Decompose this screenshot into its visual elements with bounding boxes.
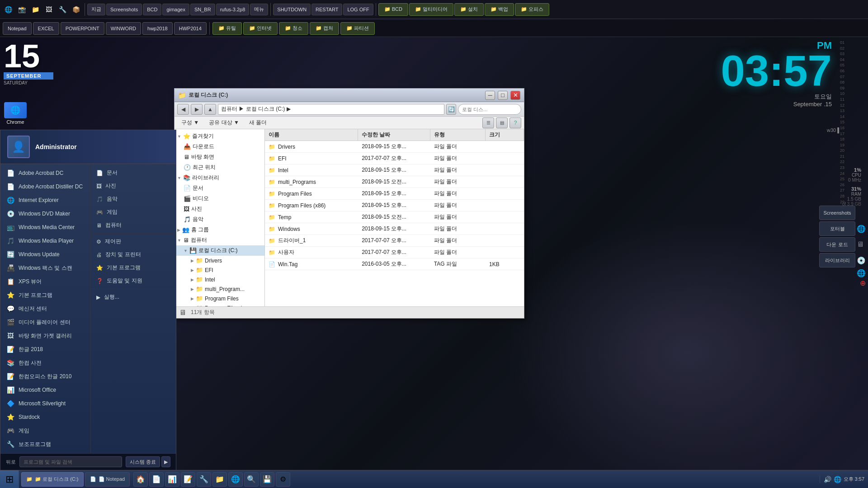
sm-item-hancom-dict[interactable]: 📚 한컴 사전 xyxy=(0,356,90,370)
fe-minimize-btn[interactable]: ─ xyxy=(485,91,495,100)
fe-search-input[interactable] xyxy=(458,104,521,115)
folder-btn-install[interactable]: 📁 설치 xyxy=(454,3,484,16)
sm-right-help[interactable]: ❓ 도움말 및 지원 xyxy=(91,274,176,287)
fe-tree-favorites[interactable]: ▼ ⭐ 즐겨찾기 xyxy=(175,131,264,141)
tb-icon-7[interactable]: 🌐 xyxy=(228,472,243,487)
fe-address-bar[interactable]: 컴퓨터 ▶ 로컬 디스크 (C:) ▶ xyxy=(218,104,444,115)
taskbar-clock[interactable]: 오후 3:57 xyxy=(844,476,864,483)
fe-close-btn[interactable]: ✕ xyxy=(510,91,520,100)
sm-item-stardock[interactable]: ⭐ Stardock xyxy=(0,410,90,424)
fe-tree-local-disk-c[interactable]: ▼ 💾 로컬 디스크 (C:) xyxy=(175,245,264,256)
toolbar-icon-0[interactable]: 🌐 xyxy=(2,3,14,16)
fe-back-btn[interactable]: ◀ xyxy=(177,104,189,115)
ql-btn-hwp2018[interactable]: hwp2018 xyxy=(142,22,173,35)
sm-shutdown-arrow-btn[interactable]: ▶ xyxy=(161,456,170,467)
sm-item-gadget-gallery[interactable]: 🖼 바탕 화면 가젯 갤러리 xyxy=(0,329,90,343)
rp-icon-4[interactable]: 🌐 xyxy=(819,269,866,277)
fe-tree-recent[interactable]: 🕐 최근 위치 xyxy=(175,162,264,173)
fe-tree-c-progfiles-x86[interactable]: ▶ 📁 Program Files (... xyxy=(175,303,264,306)
rp-btn-portable[interactable]: 포터블 xyxy=(819,221,855,236)
sm-item-silverlight[interactable]: 🔷 Microsoft Silverlight xyxy=(0,397,90,410)
folder-btn-util[interactable]: 📁 유틸 xyxy=(212,22,242,35)
fe-organize-btn[interactable]: 구성 ▼ xyxy=(177,118,203,128)
ql-btn-notepad[interactable]: Notepad xyxy=(3,22,32,35)
sm-item-hangul2018[interactable]: 📝 한글 2018 xyxy=(0,343,90,356)
ql-btn-excel[interactable]: EXCEL xyxy=(33,22,59,35)
systray-volume-icon[interactable]: 🔊 xyxy=(824,476,831,483)
fe-help-btn[interactable]: ? xyxy=(509,117,521,128)
sm-item-media-player-center[interactable]: 🎬 미디어 플레이어 센터 xyxy=(0,315,90,329)
fe-file-row-windows[interactable]: 📁 Windows 2018-09-15 오후... 파일 폴더 xyxy=(265,223,524,235)
sm-item-ie[interactable]: 🌐 Internet Explorer xyxy=(0,193,90,207)
sm-item-hancom-office-2010[interactable]: 📝 한컴오피스 한글 2010 xyxy=(0,370,90,383)
fe-tree-homegroup[interactable]: ▶ 👥 홈 그룹 xyxy=(175,225,264,235)
sm-item-windows-update[interactable]: 🔄 Windows Update xyxy=(0,248,90,261)
sm-right-photos[interactable]: 🖼 사진 xyxy=(91,179,176,192)
fe-file-row-users[interactable]: 📁 사용자 2017-07-07 오후... 파일 폴더 xyxy=(265,247,524,258)
sm-right-default-programs[interactable]: ⭐ 기본 프로그램 xyxy=(91,261,176,274)
sm-item-media-player[interactable]: 🎵 Windows Media Player xyxy=(0,234,90,248)
fe-view-details-btn[interactable]: ▤ xyxy=(496,117,508,128)
fe-file-row-wintag[interactable]: 📄 Win.Tag 2016-03-05 오후... TAG 파일 1KB xyxy=(265,258,524,270)
fe-tree-music[interactable]: 🎵 음악 xyxy=(175,214,264,225)
sm-shutdown-btn[interactable]: 시스템 종료 xyxy=(126,456,160,467)
fe-share-btn[interactable]: 공유 대상 ▼ xyxy=(205,118,243,128)
folder-btn-office[interactable]: 📁 오피스 xyxy=(515,3,549,16)
sm-back-btn[interactable]: 뒤로 xyxy=(6,459,16,465)
tb-icon-8[interactable]: 🔍 xyxy=(244,472,259,487)
toolbar-btn-menu[interactable]: 메뉴 xyxy=(250,4,268,15)
tb-icon-4[interactable]: 📝 xyxy=(181,472,195,487)
start-button[interactable]: ⊞ xyxy=(0,470,19,488)
fe-file-row-driver1[interactable]: 📁 드라이버_1 2017-07-07 오후... 파일 폴더 xyxy=(265,235,524,247)
fe-tree-c-drivers[interactable]: ▶ 📁 Drivers xyxy=(175,256,264,265)
fe-file-row-progfiles-x86[interactable]: 📁 Program Files (x86) 2018-09-15 오후... 파… xyxy=(265,200,524,211)
sm-item-xps[interactable]: 📋 XPS 뷰어 xyxy=(0,275,90,288)
toolbar-icon-5[interactable]: 📦 xyxy=(70,3,82,16)
toolbar-icon-4[interactable]: 🔧 xyxy=(56,3,69,16)
ql-btn-winword[interactable]: WINWORD xyxy=(106,22,141,35)
toolbar-btn-shutdown[interactable]: SHUTDOWN xyxy=(273,4,311,15)
fe-file-row-efi[interactable]: 📁 EFI 2017-07-07 오후... 파일 폴더 xyxy=(265,153,524,164)
tb-icon-3[interactable]: 📊 xyxy=(165,472,179,487)
fe-up-btn[interactable]: ▲ xyxy=(204,104,216,115)
sm-item-fax-scan[interactable]: 📠 Windows 팩스 및 스캔 xyxy=(0,261,90,275)
toolbar-btn-sn-br[interactable]: SN_BR xyxy=(190,4,215,15)
toolbar-btn-rufus[interactable]: rufus-3.2p8 xyxy=(216,4,250,15)
folder-btn-internet[interactable]: 📁 인터넷 xyxy=(243,22,278,35)
tb-icon-5[interactable]: 🔧 xyxy=(197,472,211,487)
folder-btn-partition[interactable]: 📁 파티션 xyxy=(340,22,375,35)
fe-new-folder-btn[interactable]: 새 폴더 xyxy=(245,118,271,128)
fe-file-row-multiprograms[interactable]: 📁 multi_Programs 2018-09-15 오전... 파일 폴더 xyxy=(265,176,524,188)
toolbar-btn-jigeum[interactable]: 지금 xyxy=(87,4,105,15)
fe-tree-computer[interactable]: ▼ 🖥 컴퓨터 xyxy=(175,235,264,245)
fe-tree-libraries[interactable]: ▼ 📚 라이브러리 xyxy=(175,173,264,183)
fe-tree-photos[interactable]: 🖼 사진 xyxy=(175,204,264,214)
fe-file-row-intel[interactable]: 📁 Intel 2018-09-15 오후... 파일 폴더 xyxy=(265,164,524,176)
folder-btn-clean[interactable]: 📁 청소 xyxy=(279,22,308,35)
fe-file-row-drivers[interactable]: 📁 Drivers 2018-09-15 오후... 파일 폴더 xyxy=(265,141,524,153)
sm-item-accessories[interactable]: 🔧 보조프로그램 xyxy=(0,437,90,451)
toolbar-btn-screenshots[interactable]: Screenshots xyxy=(106,4,142,15)
desktop-icon-chrome[interactable]: 🌐 Chrome xyxy=(2,99,28,127)
rp-icon-3[interactable]: 💿 xyxy=(857,256,866,265)
sm-item-ms-office[interactable]: 📊 Microsoft Office xyxy=(0,383,90,397)
sm-item-games[interactable]: 🎮 게임 xyxy=(0,424,90,437)
rp-icon-2[interactable]: 🖥 xyxy=(857,240,864,249)
folder-btn-capture[interactable]: 📁 캡처 xyxy=(310,22,339,35)
tb-icon-10[interactable]: ⚙ xyxy=(276,472,290,487)
sm-item-acrobat-distiller[interactable]: 📄 Adobe Acrobat Distiller DC xyxy=(0,180,90,193)
sm-item-messenger[interactable]: 💬 메신저 센터 xyxy=(0,302,90,315)
rp-icon-1[interactable]: 🌐 xyxy=(857,225,866,233)
sm-item-acrobat-dc[interactable]: 📄 Adobe Acrobat DC xyxy=(0,166,90,180)
sm-item-media-center[interactable]: 📺 Windows Media Center xyxy=(0,221,90,234)
rp-btn-download[interactable]: 다운 로드 xyxy=(819,237,855,252)
folder-btn-bcd[interactable]: 📁 BCD xyxy=(378,3,408,16)
fe-col-type[interactable]: 유형 xyxy=(430,129,486,141)
sm-right-computer[interactable]: 🖥 컴퓨터 xyxy=(91,219,176,232)
taskbar-task-notepad[interactable]: 📄 📄 Notepad xyxy=(85,472,130,487)
fe-view-list-btn[interactable]: ☰ xyxy=(482,117,494,128)
fe-tree-downloads[interactable]: 📥 다운로드 xyxy=(175,141,264,152)
sm-right-music[interactable]: 🎵 음악 xyxy=(91,192,176,206)
rp-btn-screenshots[interactable]: Screenshots xyxy=(819,206,855,220)
fe-col-date[interactable]: 수정한 날짜 xyxy=(358,129,430,141)
